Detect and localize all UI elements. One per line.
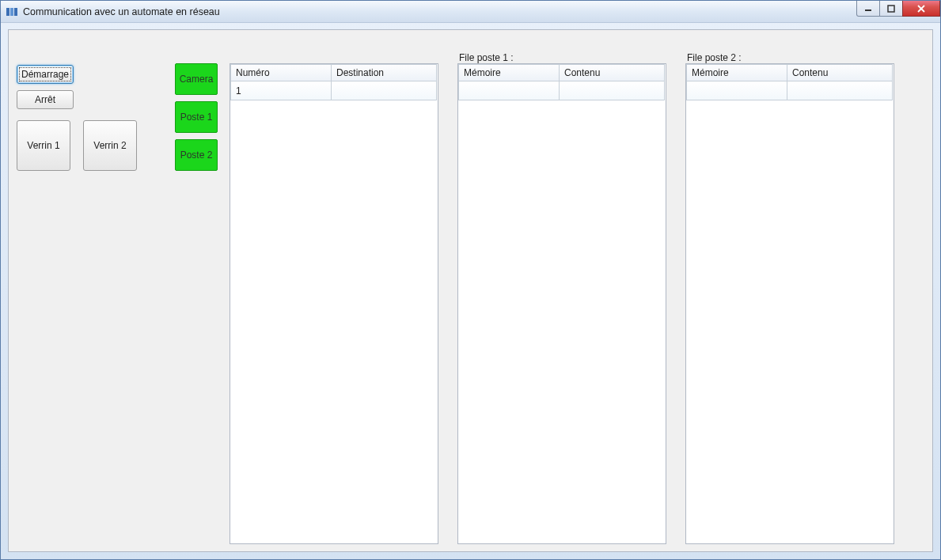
start-button[interactable]: Démarrage (17, 65, 74, 84)
col-contenu-2[interactable]: Contenu (787, 64, 893, 81)
main-table-header: Numéro Destination (230, 64, 438, 81)
maximize-icon (887, 5, 895, 13)
table-row[interactable] (458, 81, 666, 100)
titlebar[interactable]: Communication avec un automate en réseau (1, 1, 940, 23)
file2-panel: Mémoire Contenu (685, 63, 894, 544)
col-destination[interactable]: Destination (331, 64, 437, 81)
app-window: Communication avec un automate en réseau… (0, 0, 941, 560)
stop-button[interactable]: Arrêt (17, 90, 74, 109)
file1-table-header: Mémoire Contenu (458, 64, 666, 81)
svg-rect-3 (865, 9, 871, 11)
close-icon (916, 5, 926, 13)
svg-rect-4 (888, 6, 894, 12)
col-memoire-2[interactable]: Mémoire (686, 64, 787, 81)
minimize-icon (864, 5, 872, 13)
window-controls (857, 1, 940, 17)
table-row[interactable]: 1 (230, 81, 438, 100)
cell-contenu-1[interactable] (559, 81, 665, 100)
poste2-indicator: Poste 2 (175, 139, 218, 171)
verrin2-button[interactable]: Verrin 2 (83, 120, 137, 171)
cell-contenu-2[interactable] (787, 81, 893, 100)
cell-destination[interactable] (331, 81, 437, 100)
camera-indicator: Camera (175, 63, 218, 95)
cell-memoire-1[interactable] (458, 81, 560, 100)
client-area: Démarrage Arrêt Verrin 1 Verrin 2 Camera… (8, 29, 933, 552)
file2-title: File poste 2 : (687, 52, 742, 63)
app-icon (6, 6, 18, 18)
col-memoire-1[interactable]: Mémoire (458, 64, 560, 81)
col-numero[interactable]: Numéro (230, 64, 332, 81)
cell-memoire-2[interactable] (686, 81, 787, 100)
cell-numero[interactable]: 1 (230, 81, 332, 100)
minimize-button[interactable] (856, 1, 880, 17)
verrin1-button[interactable]: Verrin 1 (17, 120, 70, 171)
poste1-indicator: Poste 1 (175, 101, 218, 133)
table-row[interactable] (686, 81, 894, 100)
window-title: Communication avec un automate en réseau (23, 6, 220, 17)
main-table-panel: Numéro Destination 1 (230, 63, 438, 544)
col-contenu-1[interactable]: Contenu (559, 64, 665, 81)
close-button[interactable] (902, 1, 940, 17)
file1-title: File poste 1 : (459, 52, 514, 63)
maximize-button[interactable] (879, 1, 903, 17)
svg-rect-2 (14, 8, 17, 16)
file1-panel: Mémoire Contenu (457, 63, 666, 544)
svg-rect-0 (6, 8, 9, 16)
file2-table-header: Mémoire Contenu (686, 64, 894, 81)
svg-rect-1 (10, 8, 13, 16)
